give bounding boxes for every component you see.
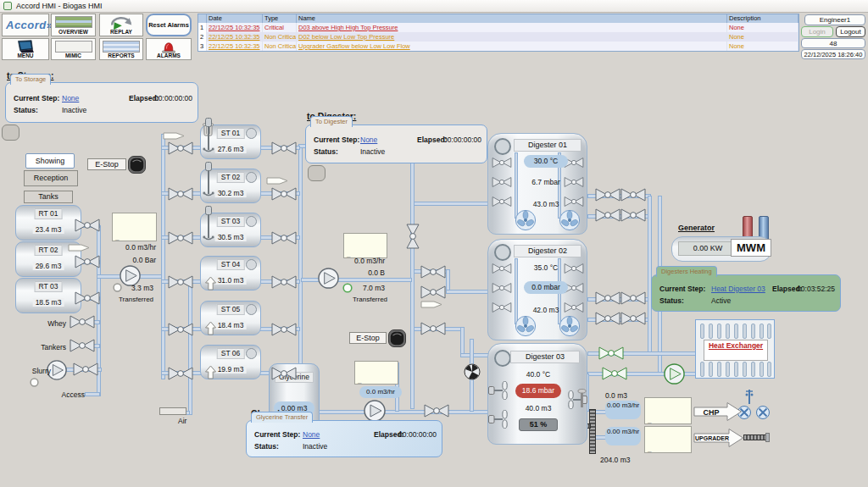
valve[interactable]	[595, 187, 620, 202]
valve-open[interactable]	[602, 366, 627, 381]
glycerine-transfer-tab[interactable]: Glycerine Transfer	[251, 412, 313, 423]
valve[interactable]	[70, 338, 95, 353]
valve[interactable]	[168, 186, 193, 202]
valve[interactable]	[420, 285, 446, 300]
agitator-fan-icon[interactable]	[559, 315, 581, 337]
agitator-fan-icon[interactable]	[559, 209, 581, 231]
pressure-badge[interactable]: 0.0 mbar	[524, 281, 568, 294]
agitator-icon[interactable]	[203, 206, 214, 243]
valve[interactable]	[564, 263, 584, 274]
alarm-row[interactable]: 3 22/12/25 10:32:35 Non Critical Upgrade…	[198, 42, 798, 51]
showing-button[interactable]: Showing	[25, 153, 75, 169]
col-date[interactable]: Date	[207, 14, 263, 23]
valve[interactable]	[168, 366, 193, 381]
valve[interactable]	[168, 141, 193, 156]
login-button[interactable]: Login	[801, 26, 833, 37]
flow-entry-field[interactable]	[354, 361, 398, 385]
transfer-pump[interactable]	[317, 267, 340, 290]
menu-button[interactable]: MENU	[2, 38, 49, 60]
alarm-row[interactable]: 2 22/12/25 10:32:35 Non Critical D02 bel…	[198, 32, 798, 42]
tanks-button[interactable]: Tanks	[24, 191, 73, 203]
valve[interactable]	[271, 322, 297, 337]
heat-exchanger-link[interactable]: Heat Exchanger	[704, 340, 768, 361]
flow-entry-field[interactable]	[343, 233, 387, 258]
upgrader-arrow[interactable]: UPGRADER	[693, 428, 744, 448]
mimic-button[interactable]: MIMIC	[51, 38, 96, 60]
valve[interactable]	[492, 196, 512, 208]
nav-grey-button[interactable]	[308, 165, 326, 181]
valve[interactable]	[564, 176, 584, 188]
valve[interactable]	[595, 311, 620, 326]
tank-rt01[interactable]: RT 01 23.4 m3	[15, 205, 81, 241]
chp-arrow[interactable]: CHP	[693, 401, 743, 422]
reports-button[interactable]: REPORTS	[99, 38, 143, 60]
valve[interactable]	[492, 282, 512, 294]
valve[interactable]	[620, 208, 646, 223]
valve[interactable]	[168, 230, 193, 246]
digester-02[interactable]: Digester 02 35.0 °C 0.0 mbar 42.0 m3	[487, 239, 587, 340]
to-storage-tab[interactable]: To Storage	[10, 74, 51, 85]
col-name[interactable]: Name	[297, 14, 727, 23]
digester-01[interactable]: Digester 01 30.0 °C 6.7 mbar 43.0 m3	[487, 133, 587, 235]
valve[interactable]	[620, 311, 646, 326]
agitator-icon[interactable]	[203, 118, 214, 155]
alarm-row[interactable]: 1 22/12/25 10:32:35 Critical D03 above H…	[198, 23, 798, 32]
tank-rt03[interactable]: RT 03 18.5 m3	[15, 278, 81, 313]
valve[interactable]	[75, 254, 100, 269]
current-step-link[interactable]: Heat Digester 03	[711, 285, 765, 293]
valve[interactable]	[271, 186, 297, 202]
estop-button[interactable]	[388, 329, 406, 347]
accord-logo-button[interactable]: Accord»	[2, 14, 49, 36]
overview-button[interactable]: OVERVIEW	[51, 14, 96, 36]
valve[interactable]	[595, 208, 620, 223]
valve[interactable]	[492, 302, 512, 313]
valve[interactable]	[620, 291, 646, 306]
valve[interactable]	[271, 274, 297, 290]
to-digester-tab[interactable]: To Digester	[310, 116, 353, 127]
valve[interactable]	[271, 230, 297, 246]
nav-grey-button[interactable]	[2, 125, 19, 141]
glycerine-pump[interactable]	[363, 399, 387, 423]
valve[interactable]	[564, 302, 584, 313]
valve[interactable]	[168, 274, 193, 290]
alarms-button[interactable]: ALARMS	[146, 38, 192, 60]
level-badge[interactable]: 51 %	[519, 418, 558, 431]
valve[interactable]	[73, 362, 98, 377]
digesters-heating-tab[interactable]: Digesters Heating	[656, 266, 717, 277]
valve[interactable]	[168, 322, 193, 337]
logout-button[interactable]: Logout	[836, 26, 865, 37]
blower-fan-icon[interactable]	[464, 363, 481, 380]
replay-button[interactable]: REPLAY	[99, 14, 143, 36]
valve[interactable]	[75, 291, 100, 306]
alarm-date[interactable]: 22/12/25 10:32:35	[207, 23, 263, 32]
alarm-date[interactable]: 22/12/25 10:32:35	[207, 32, 263, 42]
valve[interactable]	[405, 224, 420, 249]
agitator-fan-icon[interactable]	[515, 315, 537, 337]
reset-alarms-button[interactable]: Reset Alarms	[146, 14, 192, 36]
pressure-alarm-badge[interactable]: 18.6 mbar	[515, 384, 561, 398]
current-step-link[interactable]: None	[303, 430, 320, 439]
alarm-date[interactable]: 22/12/25 10:32:35	[207, 42, 263, 51]
valve[interactable]	[595, 291, 620, 306]
current-step-link[interactable]: None	[360, 136, 377, 144]
valve[interactable]	[492, 157, 512, 169]
valve[interactable]	[620, 187, 646, 202]
reception-button[interactable]: Reception	[24, 170, 78, 186]
side-mixer-icon[interactable]	[488, 381, 514, 400]
valve[interactable]	[271, 141, 297, 156]
agitator-icon[interactable]	[203, 162, 214, 199]
valve[interactable]	[564, 196, 584, 208]
alarm-name-link[interactable]: Upgrader Gasflow below Low Low Flow	[297, 42, 727, 51]
current-step-link[interactable]: None	[62, 94, 79, 102]
valve[interactable]	[70, 314, 95, 329]
valve-open[interactable]	[598, 346, 624, 361]
col-description[interactable]: Description	[727, 14, 798, 23]
valve[interactable]	[420, 321, 446, 336]
alarm-name-link[interactable]: D02 below Low Low Top Pressure	[297, 32, 727, 42]
estop-button[interactable]	[128, 156, 146, 174]
valve[interactable]	[271, 366, 297, 381]
heating-pump-running[interactable]	[663, 362, 686, 385]
digester-03[interactable]: Digester 03 40.0 °C 18.6 mbar 40.0 m3 51…	[487, 343, 587, 445]
alarm-name-link[interactable]: D03 above High High Top Pressure	[297, 23, 727, 32]
chp-entry-field[interactable]	[644, 397, 692, 424]
